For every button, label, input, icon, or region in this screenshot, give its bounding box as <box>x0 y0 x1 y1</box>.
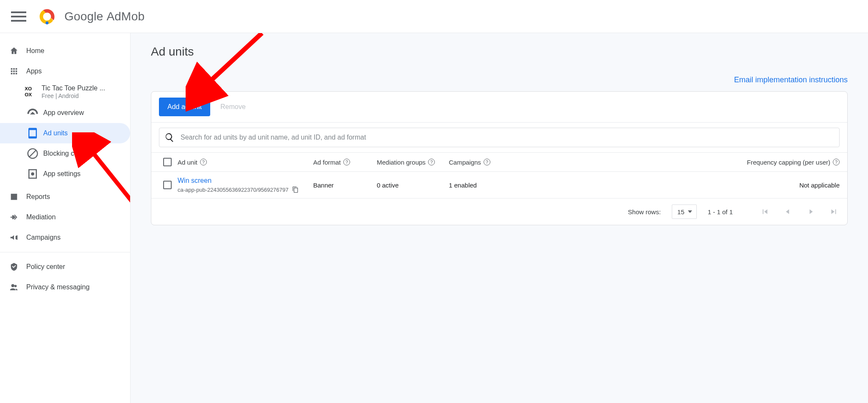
column-header: Ad unit <box>178 159 198 166</box>
ad-units-card: Add ad unit Remove Ad unit ? Ad format ? <box>151 91 848 225</box>
chevron-down-icon <box>688 210 692 213</box>
app-icon: XO OX <box>24 85 36 98</box>
sidebar-item-apps[interactable]: Apps <box>0 61 130 81</box>
sidebar-app-entry[interactable]: XO OX Tic Tac Toe Puzzle ... Free | Andr… <box>0 81 130 103</box>
sidebar: Home Apps XO OX Tic Tac Toe Puzzle ... F… <box>0 33 131 403</box>
table-header-row: Ad unit ? Ad format ? Mediation groups ?… <box>151 152 847 171</box>
help-icon[interactable]: ? <box>484 159 490 165</box>
campaigns-cell: 1 enabled <box>449 182 517 189</box>
sidebar-item-app-overview[interactable]: App overview <box>0 103 130 123</box>
column-header: Mediation groups <box>377 159 426 166</box>
sidebar-item-label: Reports <box>26 193 50 201</box>
remove-button: Remove <box>214 98 252 116</box>
settings-icon <box>26 168 39 180</box>
app-subtitle: Free | Android <box>42 92 105 100</box>
block-icon <box>26 147 39 160</box>
show-rows-label: Show rows: <box>628 208 661 215</box>
pagination: Show rows: 15 1 - 1 of 1 <box>151 198 847 225</box>
freq-cell: Not applicable <box>517 182 840 189</box>
ad-format-cell: Banner <box>313 182 377 189</box>
email-instructions-link[interactable]: Email implementation instructions <box>734 76 848 84</box>
ad-unit-icon <box>26 127 39 140</box>
sidebar-item-privacy[interactable]: Privacy & messaging <box>0 277 130 297</box>
table-row: Win screen ca-app-pub-2243055636922370/9… <box>151 171 847 198</box>
sidebar-item-label: App overview <box>43 109 84 117</box>
sidebar-item-reports[interactable]: Reports <box>0 187 130 207</box>
sidebar-item-label: Ad units <box>43 129 68 137</box>
main-content: Ad units Email implementation instructio… <box>131 33 868 403</box>
svg-point-0 <box>46 21 49 24</box>
svg-text:OX: OX <box>25 92 32 97</box>
admob-logo-icon <box>38 8 56 25</box>
sidebar-item-label: Privacy & messaging <box>26 283 89 291</box>
bar-chart-icon <box>9 192 26 202</box>
megaphone-icon <box>9 233 26 242</box>
rows-value: 15 <box>677 208 684 215</box>
apps-icon <box>9 67 26 76</box>
sidebar-item-label: Campaigns <box>26 234 61 241</box>
mediation-icon <box>9 213 26 222</box>
search-input[interactable] <box>181 134 834 141</box>
last-page-icon <box>828 206 840 218</box>
app-title: Tic Tac Toe Puzzle ... <box>42 84 105 92</box>
prev-page-icon <box>782 206 794 218</box>
page-title: Ad units <box>151 45 848 59</box>
add-ad-unit-button[interactable]: Add ad unit <box>159 98 210 116</box>
sidebar-item-app-settings[interactable]: App settings <box>0 164 130 184</box>
sidebar-item-mediation[interactable]: Mediation <box>0 207 130 227</box>
row-checkbox[interactable] <box>163 181 172 189</box>
home-icon <box>9 46 26 56</box>
mediation-cell: 0 active <box>377 182 449 189</box>
sidebar-item-label: Home <box>26 47 45 55</box>
shield-icon <box>9 262 26 271</box>
ad-unit-name-link[interactable]: Win screen <box>178 177 313 185</box>
ad-unit-id: ca-app-pub-2243055636922370/9569276797 <box>178 187 289 193</box>
sidebar-item-policy[interactable]: Policy center <box>0 257 130 277</box>
sidebar-item-label: App settings <box>43 170 81 178</box>
search-icon <box>164 132 175 143</box>
first-page-icon <box>759 206 771 218</box>
select-all-checkbox[interactable] <box>163 158 172 166</box>
sidebar-item-campaigns[interactable]: Campaigns <box>0 227 130 248</box>
sidebar-item-home[interactable]: Home <box>0 41 130 61</box>
sidebar-item-label: Apps <box>26 67 42 75</box>
next-page-icon <box>805 206 817 218</box>
product-title: Google AdMob <box>64 10 145 23</box>
help-icon[interactable]: ? <box>200 159 207 165</box>
help-icon[interactable]: ? <box>833 159 840 165</box>
rows-dropdown[interactable]: 15 <box>672 204 697 219</box>
sidebar-item-ad-units[interactable]: Ad units <box>0 123 130 143</box>
menu-icon[interactable] <box>8 6 29 27</box>
sidebar-item-label: Blocking controls <box>43 150 95 157</box>
column-header: Ad format <box>313 159 341 166</box>
column-header: Campaigns <box>449 159 481 166</box>
sidebar-item-label: Mediation <box>26 213 56 221</box>
people-icon <box>9 283 26 292</box>
sidebar-item-label: Policy center <box>26 263 65 271</box>
help-icon[interactable]: ? <box>428 159 435 165</box>
copy-icon[interactable] <box>292 186 299 193</box>
column-header: Frequency capping (per user) <box>747 159 830 166</box>
sidebar-item-blocking[interactable]: Blocking controls <box>0 143 130 164</box>
app-header: Google AdMob <box>0 0 868 33</box>
page-range: 1 - 1 of 1 <box>708 208 733 215</box>
svg-text:XO: XO <box>25 86 32 91</box>
gauge-icon <box>26 106 39 119</box>
help-icon[interactable]: ? <box>343 159 350 165</box>
